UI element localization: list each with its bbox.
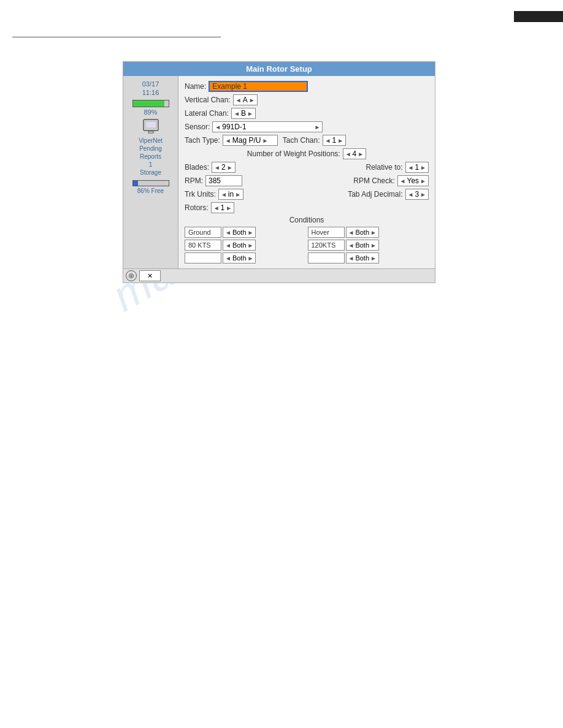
sidebar-datetime: 03/17 11:16	[142, 80, 159, 97]
num-weight-pos-row: Number of Weight Positions: ◄ 4 ►	[185, 148, 429, 159]
tab-adj-dec-right-arrow[interactable]: ►	[420, 191, 426, 198]
tab-adj-dec-selector[interactable]: ◄ 3 ►	[405, 189, 429, 200]
trk-units-selector[interactable]: ◄ in ►	[218, 189, 243, 200]
battery-bar-fill	[133, 100, 165, 107]
num-weight-pos-left-arrow[interactable]: ◄	[345, 151, 351, 157]
rotors-value: 1	[221, 203, 225, 212]
condition-0-right-arrow[interactable]: ►	[248, 229, 254, 236]
num-weight-pos-selector[interactable]: ◄ 4 ►	[343, 148, 367, 159]
tach-type-value: Mag P/U	[232, 136, 261, 145]
tach-chan-value: 1	[332, 136, 336, 145]
rpm-check-left-arrow[interactable]: ◄	[400, 178, 406, 184]
relative-to-selector[interactable]: ◄ 1 ►	[405, 162, 429, 173]
lateral-chan-selector[interactable]: ◄ B ►	[231, 108, 256, 119]
close-tab[interactable]: ✕	[139, 270, 161, 281]
condition-0-value: Both	[232, 229, 247, 236]
vertical-chan-selector[interactable]: ◄ A ►	[233, 94, 258, 105]
add-icon-button[interactable]: ⊕	[126, 270, 137, 281]
conditions-title: Conditions	[185, 216, 429, 224]
num-weight-pos-right-arrow[interactable]: ►	[358, 151, 364, 157]
tab-adj-dec-left-arrow[interactable]: ◄	[408, 191, 414, 198]
num-weight-pos-value: 4	[353, 150, 357, 158]
trk-units-label: Trk Units:	[185, 190, 216, 199]
tach-type-right-arrow[interactable]: ►	[262, 137, 268, 144]
condition-4-right-arrow[interactable]: ►	[248, 255, 254, 262]
bottom-bar: ⊕ ✕	[123, 268, 435, 282]
condition-row-4: ◄ Both ►	[185, 252, 306, 264]
condition-selector-3[interactable]: ◄ Both ►	[346, 240, 379, 251]
trk-units-right-arrow[interactable]: ►	[235, 191, 241, 198]
relative-to-right-arrow[interactable]: ►	[420, 164, 426, 171]
storage-percent: 86% Free	[137, 188, 164, 194]
rpm-check-selector[interactable]: ◄ Yes ►	[397, 175, 429, 186]
vertical-chan-row: Vertical Chan: ◄ A ►	[185, 94, 429, 105]
dialog-title: Main Rotor Setup	[246, 64, 312, 74]
lateral-chan-row: Lateral Chan: ◄ B ►	[185, 108, 429, 119]
rotors-right-arrow[interactable]: ►	[226, 205, 232, 211]
rpm-row: RPM: RPM Check: ◄ Yes ►	[185, 175, 429, 186]
tab-adj-dec-value: 3	[415, 190, 419, 199]
main-container: Main Rotor Setup 03/17 11:16 89% ViperNe…	[123, 61, 435, 283]
condition-3-value: Both	[355, 241, 369, 249]
condition-label-1: Hover	[308, 227, 345, 238]
content-area: 03/17 11:16 89% ViperNetPendingReports1S…	[123, 76, 435, 268]
condition-0-left-arrow[interactable]: ◄	[225, 229, 231, 236]
sidebar-date: 03/17	[142, 80, 159, 88]
rpm-input[interactable]	[205, 175, 242, 186]
condition-label-0: Ground	[185, 227, 221, 238]
storage-bar-outer	[132, 180, 169, 186]
sensor-left-arrow[interactable]: ◄	[215, 124, 221, 131]
relative-to-left-arrow[interactable]: ◄	[408, 164, 414, 171]
sensor-selector[interactable]: ◄ 991D-1 ►	[212, 121, 323, 132]
condition-2-left-arrow[interactable]: ◄	[225, 242, 231, 249]
rotors-left-arrow[interactable]: ◄	[213, 205, 220, 211]
lateral-chan-right-arrow[interactable]: ►	[247, 110, 253, 117]
sidebar-time: 11:16	[142, 89, 159, 96]
condition-selector-2[interactable]: ◄ Both ►	[223, 240, 256, 251]
condition-selector-4[interactable]: ◄ Both ►	[223, 252, 256, 264]
sensor-value: 991D-1	[222, 123, 246, 131]
condition-1-left-arrow[interactable]: ◄	[348, 229, 354, 236]
condition-selector-0[interactable]: ◄ Both ►	[223, 227, 256, 238]
condition-1-right-arrow[interactable]: ►	[370, 229, 377, 236]
tach-type-selector[interactable]: ◄ Mag P/U ►	[223, 135, 278, 146]
tach-chan-left-arrow[interactable]: ◄	[325, 137, 331, 144]
blades-left-arrow[interactable]: ◄	[214, 164, 220, 171]
svg-rect-1	[145, 121, 156, 128]
condition-4-left-arrow[interactable]: ◄	[225, 255, 231, 262]
condition-selector-1[interactable]: ◄ Both ►	[346, 227, 379, 238]
condition-5-right-arrow[interactable]: ►	[370, 255, 377, 262]
rotors-selector[interactable]: ◄ 1 ►	[211, 202, 235, 213]
condition-2-right-arrow[interactable]: ►	[248, 242, 254, 249]
relative-to-value: 1	[415, 163, 419, 172]
vertical-chan-left-arrow[interactable]: ◄	[236, 97, 242, 104]
sidebar-vipernet: ViperNetPendingReports1Storage	[139, 137, 163, 176]
condition-selector-5[interactable]: ◄ Both ►	[346, 252, 379, 264]
rpm-check-right-arrow[interactable]: ►	[420, 178, 426, 184]
trk-units-row: Trk Units: ◄ in ► Tab Adj Decimal: ◄ 3 ►	[185, 189, 429, 200]
condition-label-5	[308, 252, 345, 264]
lateral-chan-left-arrow[interactable]: ◄	[234, 110, 240, 117]
name-input[interactable]	[209, 81, 308, 92]
rpm-label: RPM:	[185, 176, 203, 185]
tach-chan-right-arrow[interactable]: ►	[337, 137, 343, 144]
tab-adj-dec-label: Tab Adj Decimal:	[348, 190, 402, 199]
tach-type-label: Tach Type:	[185, 136, 220, 145]
blades-right-arrow[interactable]: ►	[227, 164, 233, 171]
condition-3-left-arrow[interactable]: ◄	[348, 242, 354, 249]
title-bar: Main Rotor Setup	[123, 62, 435, 76]
tach-type-left-arrow[interactable]: ◄	[225, 137, 231, 144]
lateral-chan-label: Lateral Chan:	[185, 109, 229, 118]
top-bar	[514, 11, 563, 22]
trk-units-left-arrow[interactable]: ◄	[221, 191, 227, 198]
battery-bar-outer	[132, 100, 169, 107]
vertical-chan-right-arrow[interactable]: ►	[249, 97, 255, 104]
blades-selector[interactable]: ◄ 2 ►	[212, 162, 236, 173]
condition-5-left-arrow[interactable]: ◄	[348, 255, 354, 262]
tach-chan-label: Tach Chan:	[283, 136, 320, 145]
condition-3-right-arrow[interactable]: ►	[370, 242, 377, 249]
name-row: Name:	[185, 81, 429, 92]
sensor-right-arrow[interactable]: ►	[314, 124, 320, 131]
sensor-row: Sensor: ◄ 991D-1 ►	[185, 121, 429, 132]
tach-chan-selector[interactable]: ◄ 1 ►	[323, 135, 347, 146]
